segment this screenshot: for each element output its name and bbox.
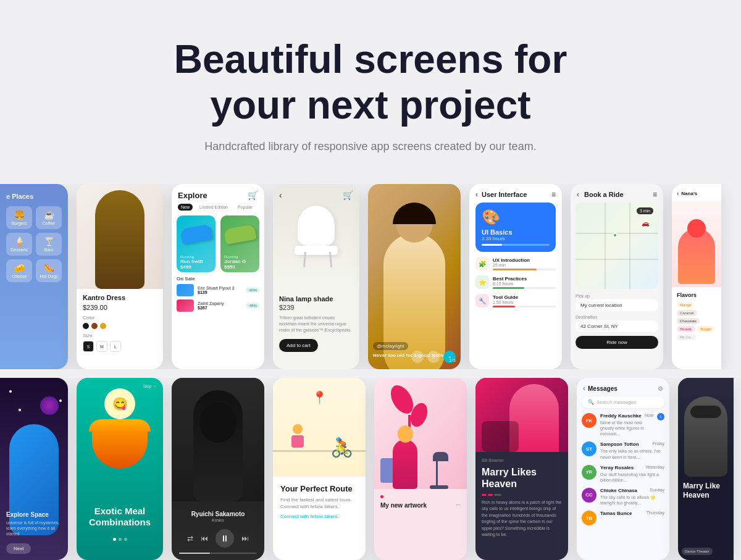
learn-item-best[interactable]: ⭐ Best Practices 0.15 hours <box>475 275 556 289</box>
artwork-menu-icon[interactable]: ··· <box>456 501 461 508</box>
size-s[interactable]: S <box>83 341 94 352</box>
route-bike-icon: 🚴 <box>330 437 353 458</box>
card-marry: Dance Theater Marry LikeHeaven <box>678 378 734 560</box>
nanas-back-icon[interactable]: ‹ <box>677 190 679 197</box>
ride-title: Book a Ride <box>584 191 653 198</box>
hero-title: Beautiful screens for your next project … <box>0 0 741 178</box>
sale-item-2[interactable]: Zainit Zapariy $267 -48% <box>177 299 259 312</box>
flavor-mango[interactable]: Mango <box>677 302 694 308</box>
size-l[interactable]: L <box>110 341 121 352</box>
rating-dot-1 <box>482 494 487 496</box>
ride-menu-icon[interactable]: ≡ <box>653 190 657 199</box>
chat-item-freddy[interactable]: FK Freddy Kauschke Now None of the most … <box>582 413 664 437</box>
avatar-chioke: CC <box>582 488 597 503</box>
space-star-3 <box>59 399 62 402</box>
route-link[interactable]: Connect with fellow bikers. <box>280 514 358 519</box>
cart-icon[interactable]: 🛒 <box>248 190 258 200</box>
product-run-swift[interactable]: Running Run Swift $499 <box>177 215 216 272</box>
sale-item-img-1 <box>177 284 194 296</box>
place-item-bars[interactable]: 🍸Bars <box>36 233 62 256</box>
learn-main-card[interactable]: 🎨 UI Basics 2.33 hours <box>475 203 556 252</box>
trend-icon[interactable]: ↗ <box>427 351 440 363</box>
size-m[interactable]: M <box>96 341 107 352</box>
learn-item-ux[interactable]: 🧩 UX Introduction 25 min <box>475 257 556 270</box>
flavor-chocolate[interactable]: Chocolate <box>677 318 700 324</box>
fashion-size-label: Size <box>83 333 157 338</box>
exotic-dot-3[interactable] <box>124 538 127 541</box>
article-title: Marry LikesHeaven <box>482 466 562 490</box>
avatar-yeray: YR <box>582 465 597 480</box>
chat-item-sampson[interactable]: ST Sampson Totton Friday The only talks … <box>582 441 664 459</box>
chat-item-tamas[interactable]: TB Tamas Bunce Thursday <box>582 511 664 525</box>
product-jordan[interactable]: Running Jordan G $553 <box>220 215 259 272</box>
places-title: e Places <box>6 193 62 200</box>
chat-item-chioke[interactable]: CC Chioke Chinasa Sunday The sky calls t… <box>582 488 664 506</box>
fashion-price: $239.00 <box>83 304 157 311</box>
tab-new[interactable]: New <box>178 204 193 211</box>
flavor-burger[interactable]: Burger <box>697 326 714 332</box>
route-desc: Find the fastest and safest tours. Conne… <box>280 496 358 510</box>
chat-search-bar[interactable]: 🔍 Search messages <box>582 396 664 408</box>
learn-back-icon[interactable]: ‹ <box>475 190 478 199</box>
ride-back-icon[interactable]: ‹ <box>577 190 579 199</box>
fashion-color-label: Color <box>83 315 157 320</box>
learn-menu-icon[interactable]: ≡ <box>551 190 556 199</box>
learn-item-tool[interactable]: 🔧 Tool Guide 1.50 hours <box>475 294 556 307</box>
exotic-dot-2[interactable] <box>119 538 122 541</box>
hero-section: Beautiful screens for your next project … <box>0 0 741 178</box>
sale-item-price-1: $139 <box>198 290 242 295</box>
nanas-title: Nana's <box>681 191 697 196</box>
map-marker <box>613 233 618 238</box>
ride-pickup-input[interactable]: My current location <box>576 299 658 311</box>
exotic-dot-1[interactable] <box>113 538 116 541</box>
color-dot-brown[interactable] <box>91 323 98 329</box>
search-icon: 🔍 <box>588 399 594 405</box>
space-label: Explore Space <box>6 511 62 518</box>
next-icon[interactable]: ⏭ <box>241 534 249 543</box>
play-button[interactable]: ⏸ <box>216 529 234 548</box>
card-chat: ‹ Messages ⚙ 🔍 Search messages FK Freddy… <box>577 378 669 560</box>
product-detail-price: $239 <box>279 304 353 311</box>
product-price-1: $499 <box>180 264 212 270</box>
sale-badge-2: -48% <box>246 303 259 308</box>
card-nanas: ‹ Nana's Flavors Mango Caramel Chocolate… <box>672 184 721 369</box>
ride-now-button[interactable]: Ride now <box>576 336 658 349</box>
flavor-nocal[interactable]: No Ca... <box>677 334 697 340</box>
like-icon[interactable]: ♡ <box>411 351 424 363</box>
marry-title: Marry LikeHeaven <box>683 482 729 499</box>
flavor-caramel[interactable]: Caramel <box>677 310 697 316</box>
add-to-cart-button[interactable]: Add to cart <box>279 339 318 352</box>
tab-limited[interactable]: Limited Edition <box>196 204 231 211</box>
chat-title: Messages <box>588 385 655 392</box>
card-music: Ryuichi Sakamoto Kinko ⇄ ⏮ ⏸ ⏭ <box>172 378 264 560</box>
chat-gear-icon[interactable]: ⚙ <box>658 385 663 392</box>
artwork-dot-3[interactable] <box>390 495 393 498</box>
card-ride: ‹ Book a Ride ≡ 🚗 3 min Pick up My curre… <box>571 184 663 369</box>
place-item-desserts[interactable]: 🍦Desserts <box>6 233 32 256</box>
shuffle-icon[interactable]: ⇄ <box>187 534 193 543</box>
tab-popular[interactable]: Popular <box>235 204 256 211</box>
product-name-2: Jordan G <box>224 259 256 264</box>
product-price-2: $553 <box>224 264 256 270</box>
place-item-hotdogs[interactable]: 🌭Hot Dogs <box>36 259 62 282</box>
color-dot-black[interactable] <box>83 323 89 329</box>
prev-icon[interactable]: ⏮ <box>201 534 208 543</box>
artwork-title: My new artwork <box>380 502 461 509</box>
chat-name-yeray: Yeray Rosales <box>600 465 634 470</box>
sale-item-1[interactable]: Eric Stuart Flyout 2 $139 -20% <box>177 284 259 296</box>
flavor-strawberry[interactable]: Strawb. <box>677 326 695 332</box>
chat-back-icon[interactable]: ‹ <box>583 384 585 393</box>
artwork-dot-2[interactable] <box>385 495 388 498</box>
card-learn: ‹ User Interface ≡ 🎨 UI Basics 2.33 hour… <box>469 184 562 369</box>
chat-name-tamas: Tamas Bunce <box>600 511 632 516</box>
space-next-button[interactable]: Next <box>6 543 31 554</box>
place-item-cheese[interactable]: 🧀Cheese <box>6 259 32 282</box>
ride-dest-input[interactable]: 42 Corner St, NY <box>576 320 658 332</box>
artwork-dot-1[interactable] <box>380 495 383 498</box>
place-item-coffee[interactable]: ☕Coffee <box>36 206 62 229</box>
place-item-burgers[interactable]: 🍔Burgers <box>6 206 32 229</box>
product-detail-name: Nina lamp shade <box>279 295 353 303</box>
color-dot-gold[interactable] <box>100 323 106 329</box>
card-social: @mclayright Never too old for a good fes… <box>368 184 461 369</box>
chat-item-yeray[interactable]: YR Yeray Rosales Yesterday Our stuff har… <box>582 465 664 483</box>
